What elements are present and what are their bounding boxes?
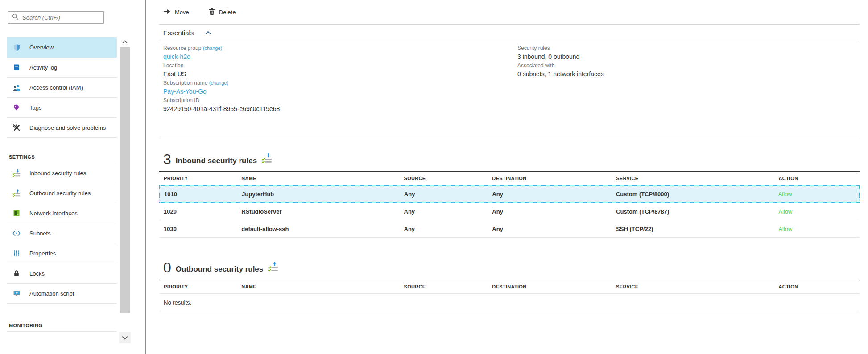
cell-priority: 1010: [160, 191, 237, 198]
sidebar-item-subnets[interactable]: Subnets: [7, 223, 117, 243]
sidebar-item-outbound-rules[interactable]: Outbound security rules: [7, 183, 117, 203]
subscription-id-value: 92429150-401a-431f-8955-e69c0c119e68: [163, 104, 517, 113]
automation-script-icon: [12, 289, 21, 297]
field-label: Security rules: [517, 45, 860, 52]
table-row-default-allow-ssh[interactable]: 1030 default-allow-ssh Any Any SSH (TCP/…: [159, 220, 860, 238]
essentials-title: Essentials: [163, 29, 194, 37]
search-input[interactable]: [22, 14, 101, 21]
move-button-label: Move: [175, 9, 189, 16]
sidebar-item-access-control[interactable]: Access control (IAM): [7, 78, 117, 98]
sidebar-item-locks[interactable]: Locks: [7, 263, 117, 284]
essentials-panel: Resource group (change) quick-h2o Locati…: [159, 41, 860, 136]
column-header-action: ACTION: [774, 176, 860, 181]
column-header-destination: DESTINATION: [488, 176, 612, 181]
outbound-rules-section: 0 Outbound security rules PRIORITY NAME …: [159, 261, 860, 311]
outbound-rules-count: 0: [163, 261, 171, 274]
inbound-rules-title: Inbound security rules: [176, 156, 257, 166]
inbound-rules-icon: [261, 153, 272, 165]
outbound-rules-heading: 0 Outbound security rules: [159, 261, 860, 274]
move-button[interactable]: Move: [163, 9, 189, 16]
sidebar-item-label: Subnets: [29, 230, 51, 237]
sidebar-spacer: [7, 138, 117, 151]
sidebar-scrollbar[interactable]: [119, 37, 131, 343]
cell-name: RStudioServer: [237, 208, 399, 215]
table-row-jupyterhub[interactable]: 1010 JupyterHub Any Any Custom (TCP/8000…: [159, 185, 860, 203]
resource-menu-sidebar: Overview Activity log Access control (IA…: [0, 0, 146, 354]
sidebar-item-automation-script[interactable]: Automation script: [7, 284, 117, 304]
subscription-change-link[interactable]: (change): [209, 80, 228, 86]
subscription-name-link[interactable]: Pay-As-You-Go: [163, 87, 517, 96]
lock-icon: [12, 269, 21, 277]
scrollbar-down-arrow-icon[interactable]: [119, 332, 131, 343]
column-header-service: SERVICE: [612, 176, 774, 181]
field-label: Associated with: [517, 62, 860, 70]
inbound-rules-icon: [12, 169, 21, 177]
cell-destination: Any: [488, 191, 612, 198]
essentials-collapse-chevron-icon[interactable]: [205, 31, 211, 35]
resource-group-link[interactable]: quick-h2o: [163, 52, 517, 61]
sidebar-item-properties[interactable]: Properties: [7, 243, 117, 263]
location-value: East US: [163, 70, 517, 78]
scrollbar-thumb[interactable]: [120, 47, 130, 313]
cell-action: Allow: [774, 208, 860, 215]
cell-name: default-allow-ssh: [237, 226, 399, 232]
table-row-rstudioserver[interactable]: 1020 RStudioServer Any Any Custom (TCP/8…: [159, 203, 860, 220]
field-subscription-name: Subscription name (change) Pay-As-You-Go: [163, 79, 517, 96]
no-results-row: No results.: [159, 294, 860, 311]
field-associated-with: Associated with 0 subnets, 1 network int…: [517, 62, 860, 78]
cell-source: Any: [400, 208, 488, 215]
sidebar-item-network-interfaces[interactable]: Network interfaces: [7, 203, 117, 223]
column-header-priority: PRIORITY: [159, 284, 237, 289]
delete-button-label: Delete: [219, 9, 236, 16]
outbound-table-header: PRIORITY NAME SOURCE DESTINATION SERVICE…: [159, 280, 860, 294]
cell-service: Custom (TCP/8787): [612, 208, 774, 215]
cell-source: Any: [400, 191, 488, 198]
diagnose-tools-icon: [12, 123, 21, 132]
outbound-rules-title: Outbound security rules: [176, 264, 263, 274]
sidebar-item-label: Network interfaces: [29, 210, 78, 217]
sidebar-item-label: Locks: [29, 270, 45, 277]
sidebar-item-inbound-rules[interactable]: Inbound security rules: [7, 163, 117, 183]
inbound-table-header: PRIORITY NAME SOURCE DESTINATION SERVICE…: [159, 172, 860, 185]
cell-source: Any: [400, 226, 488, 232]
trash-icon: [209, 8, 215, 16]
cell-destination: Any: [488, 208, 612, 215]
tag-icon: [12, 103, 21, 111]
outbound-rules-table: PRIORITY NAME SOURCE DESTINATION SERVICE…: [159, 280, 860, 311]
inbound-rules-table: PRIORITY NAME SOURCE DESTINATION SERVICE…: [159, 171, 860, 238]
move-arrow-icon: [163, 9, 171, 16]
command-bar: Move Delete: [159, 0, 860, 25]
sidebar-spacer: [7, 304, 117, 320]
column-header-name: NAME: [237, 284, 399, 289]
essentials-left-column: Resource group (change) quick-h2o Locati…: [163, 44, 517, 136]
field-label-text: Resource group: [163, 45, 201, 51]
sidebar-item-label: Access control (IAM): [29, 84, 83, 91]
sidebar-item-label: Automation script: [29, 290, 74, 297]
sidebar-item-label: Outbound security rules: [29, 190, 91, 197]
column-header-destination: DESTINATION: [488, 284, 612, 289]
field-label: Subscription ID: [163, 97, 517, 104]
field-label: Subscription name (change): [163, 79, 517, 87]
column-header-priority: PRIORITY: [159, 176, 237, 181]
sidebar-item-label: Properties: [29, 250, 56, 257]
sidebar-search-box[interactable]: [8, 11, 104, 24]
sidebar-menu: Overview Activity log Access control (IA…: [7, 37, 117, 332]
shield-icon: [12, 43, 21, 51]
delete-button[interactable]: Delete: [209, 8, 236, 16]
field-label-text: Subscription name: [163, 80, 207, 86]
sidebar-item-label: Overview: [29, 44, 54, 51]
sidebar-section-settings: SETTINGS: [7, 151, 117, 163]
sidebar-item-label: Diagnose and solve problems: [29, 124, 106, 131]
sidebar-item-overview[interactable]: Overview: [7, 37, 117, 58]
subnets-icon: [12, 229, 21, 237]
sidebar-item-diagnose[interactable]: Diagnose and solve problems: [7, 118, 117, 138]
resource-group-change-link[interactable]: (change): [203, 45, 222, 51]
column-header-action: ACTION: [774, 284, 860, 289]
cell-service: Custom (TCP/8000): [612, 191, 774, 198]
field-location: Location East US: [163, 62, 517, 78]
associated-with-value: 0 subnets, 1 network interfaces: [517, 70, 860, 78]
sidebar-section-monitoring: MONITORING: [7, 320, 117, 332]
scrollbar-up-arrow-icon[interactable]: [119, 37, 131, 46]
sidebar-item-activity-log[interactable]: Activity log: [7, 58, 117, 78]
sidebar-item-tags[interactable]: Tags: [7, 98, 117, 118]
